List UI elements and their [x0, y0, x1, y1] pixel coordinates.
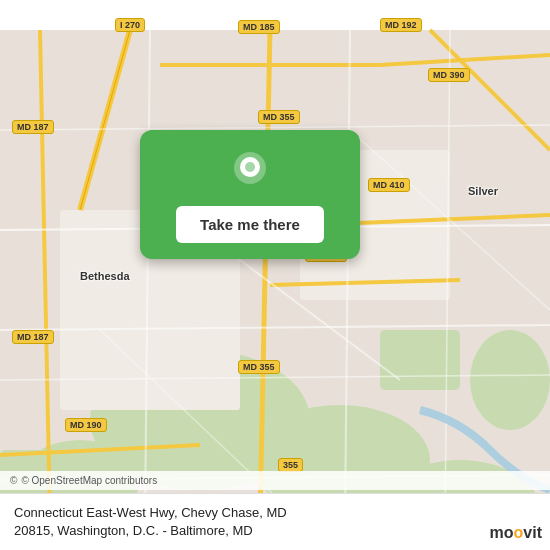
road-label-md190: MD 190 — [65, 418, 107, 432]
address-text: Connecticut East-West Hwy, Chevy Chase, … — [14, 504, 500, 540]
location-pin-icon — [228, 150, 272, 194]
road-label-md355-bot: MD 355 — [238, 360, 280, 374]
road-label-md410: MD 410 — [368, 178, 410, 192]
attribution-bar: © © OpenStreetMap contributors — [0, 471, 550, 490]
road-label-md355-btm: 355 — [278, 458, 303, 472]
road-label-md390: MD 390 — [428, 68, 470, 82]
place-label-bethesda: Bethesda — [80, 270, 130, 282]
road-label-md355-top: MD 355 — [258, 110, 300, 124]
place-label-silver-spring: Silver — [468, 185, 498, 197]
road-label-md187-left: MD 187 — [12, 120, 54, 134]
copyright-symbol: © — [10, 475, 17, 486]
svg-rect-7 — [380, 330, 460, 390]
moovit-logo-text: moovit — [490, 524, 542, 541]
address-bar: Connecticut East-West Hwy, Chevy Chase, … — [0, 493, 550, 550]
road-label-i270: I 270 — [115, 18, 145, 32]
road-label-md192: MD 192 — [380, 18, 422, 32]
road-label-md185-top: MD 185 — [238, 20, 280, 34]
address-line1: Connecticut East-West Hwy, Chevy Chase, … — [14, 505, 287, 520]
address-line2: 20815, Washington, D.C. - Baltimore, MD — [14, 523, 253, 538]
map-container: I 270MD 185MD 192MD 187MD 355MD 390MD 41… — [0, 0, 550, 550]
moovit-logo: moovit — [490, 524, 542, 542]
road-label-md187-bot: MD 187 — [12, 330, 54, 344]
osm-attribution: © OpenStreetMap contributors — [21, 475, 157, 486]
popup-card: Take me there — [140, 130, 360, 259]
svg-point-6 — [470, 330, 550, 430]
take-me-there-button[interactable]: Take me there — [176, 206, 324, 243]
